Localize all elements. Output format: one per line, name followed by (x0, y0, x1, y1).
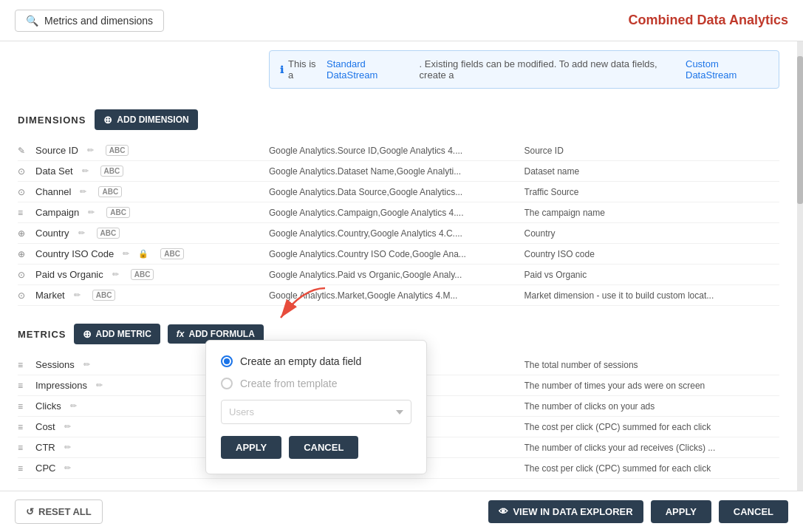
edit-icon[interactable]: ✏ (70, 401, 77, 411)
clock-icon: ⊙ (18, 187, 30, 197)
bottom-bar: ↺ RESET ALL 👁 VIEW IN DATA EXPLORER APPL… (0, 491, 803, 532)
row-desc: Country ISO code (524, 249, 780, 259)
row-source: Google Analytics.Country,Google Analytic… (269, 228, 524, 239)
reset-all-button[interactable]: ↺ RESET ALL (15, 499, 103, 524)
create-template-radio[interactable] (221, 378, 233, 389)
scrollbar-thumb (797, 56, 803, 204)
eye-icon: 👁 (499, 506, 508, 517)
brand-title: Combined Data Analytics (629, 13, 788, 28)
list-icon: ≡ (18, 463, 30, 474)
type-badge: ABC (97, 228, 120, 239)
edit-icon[interactable]: ✏ (123, 249, 129, 259)
edit-icon[interactable]: ✏ (64, 463, 71, 473)
list-icon: ≡ (18, 208, 30, 218)
create-template-label: Create from template (240, 378, 338, 389)
row-left: ⊙ Channel ✏ ABC (18, 186, 269, 197)
row-desc: Traffic Source (524, 187, 780, 197)
edit-icon[interactable]: ✏ (74, 290, 81, 300)
dimension-rows: ✎ Source ID ✏ ABC Google Analytics.Sourc… (18, 140, 779, 306)
row-name: Impressions (35, 380, 87, 391)
standard-datastream-link[interactable]: Standard DataStream (327, 58, 415, 81)
reset-icon: ↺ (26, 506, 34, 517)
row-name: CTR (35, 442, 55, 453)
main-apply-button[interactable]: APPLY (651, 500, 711, 523)
edit-icon[interactable]: ✏ (82, 166, 89, 176)
add-metric-button[interactable]: ⊕ ADD METRIC (74, 324, 160, 344)
list-icon: ≡ (18, 422, 30, 432)
edit-icon[interactable]: ✏ (88, 208, 95, 217)
row-source: Google Analytics.Data Source,Google Anal… (269, 187, 524, 197)
info-icon: ℹ (280, 64, 284, 75)
info-text-before: This is a (288, 58, 322, 81)
right-scrollbar[interactable] (797, 41, 803, 491)
add-dimension-label: ADD DIMENSION (117, 115, 188, 125)
create-template-option[interactable]: Create from template (221, 378, 411, 389)
row-name: Paid vs Organic (35, 269, 103, 280)
popup-apply-label: APPLY (236, 442, 267, 453)
bottom-right-buttons: 👁 VIEW IN DATA EXPLORER APPLY CANCEL (488, 500, 788, 523)
row-name: Channel (35, 186, 71, 197)
edit-icon[interactable]: ✏ (64, 422, 71, 432)
main-cancel-label: CANCEL (734, 506, 773, 517)
list-icon: ≡ (18, 443, 30, 453)
add-metric-plus-icon: ⊕ (83, 328, 92, 340)
clock-icon: ⊙ (18, 270, 30, 280)
main-cancel-button[interactable]: CANCEL (719, 500, 788, 523)
popup-buttons: APPLY CANCEL (221, 436, 411, 459)
dimension-row: ⊕ Country ISO Code ✏ 🔒 ABC Google Analyt… (18, 244, 779, 265)
row-source: Google Analytics.Country ISO Code,Google… (269, 249, 524, 259)
row-desc: The cost per click (CPC) summed for each… (524, 422, 780, 432)
popup-cancel-button[interactable]: CANCEL (289, 436, 358, 459)
row-name: Cost (35, 421, 55, 432)
type-badge: ABC (98, 186, 122, 197)
add-dimension-button[interactable]: ⊕ ADD DIMENSION (95, 109, 197, 130)
top-bar: 🔍 Metrics and dimensions Combined Data A… (0, 0, 803, 41)
edit-icon[interactable]: ✏ (64, 443, 71, 452)
row-source: Google Analytics.Source ID,Google Analyt… (269, 146, 524, 156)
row-name: Campaign (35, 207, 79, 218)
view-in-explorer-button[interactable]: 👁 VIEW IN DATA EXPLORER (488, 500, 643, 523)
row-desc: The total number of sessions (524, 360, 780, 370)
info-text-middle: . Existing fields can be modified. To ad… (420, 58, 681, 81)
create-empty-option[interactable]: Create an empty data field (221, 355, 411, 367)
globe-icon: ⊕ (18, 249, 30, 259)
list-icon: ≡ (18, 360, 30, 370)
row-name: CPC (35, 463, 55, 474)
row-name: Sessions (35, 359, 75, 370)
row-desc: Country (524, 228, 780, 239)
row-desc: Source ID (524, 146, 780, 156)
list-icon: ≡ (18, 401, 30, 412)
custom-datastream-link[interactable]: Custom DataStream (686, 58, 768, 81)
edit-icon[interactable]: ✏ (87, 146, 94, 155)
create-empty-radio[interactable] (221, 355, 233, 367)
row-name: Market (35, 290, 65, 301)
row-source: Google Analytics.Campaign,Google Analyti… (269, 208, 524, 218)
row-desc: The number of clicks on your ads (524, 401, 780, 412)
clock-icon: ⊙ (18, 166, 30, 177)
type-badge: ABC (100, 166, 124, 177)
row-desc: Market dimension - use it to build custo… (524, 290, 780, 301)
row-left: ✎ Source ID ✏ ABC (18, 145, 269, 156)
dimension-row: ✎ Source ID ✏ ABC Google Analytics.Sourc… (18, 140, 779, 161)
metrics-tab[interactable]: 🔍 Metrics and dimensions (15, 10, 164, 32)
dimension-row: ≡ Campaign ✏ ABC Google Analytics.Campai… (18, 202, 779, 223)
dimension-row: ⊙ Market ✏ ABC Google Analytics.Market,G… (18, 285, 779, 306)
edit-icon[interactable]: ✏ (78, 228, 85, 238)
formula-popup: Create an empty data field Create from t… (205, 340, 427, 474)
row-name: Clicks (35, 400, 61, 412)
edit-icon[interactable]: ✏ (96, 381, 103, 390)
row-name: Country (35, 228, 69, 239)
popup-apply-button[interactable]: APPLY (221, 436, 281, 459)
edit-icon[interactable]: ✏ (80, 187, 86, 197)
reset-label: RESET ALL (38, 506, 92, 517)
row-left: ⊕ Country ISO Code ✏ 🔒 ABC (18, 248, 269, 259)
main-apply-label: APPLY (666, 506, 697, 517)
edit-icon[interactable]: ✏ (83, 360, 90, 369)
create-empty-label: Create an empty data field (240, 355, 361, 367)
edit-icon[interactable]: ✏ (112, 270, 119, 279)
type-badge: ABC (160, 248, 184, 259)
row-desc: The number of times your ads were on scr… (524, 381, 780, 391)
type-badge: ABC (106, 145, 129, 156)
dimensions-section-header: DIMENSIONS ⊕ ADD DIMENSION (18, 109, 779, 130)
popup-cancel-label: CANCEL (304, 442, 344, 453)
